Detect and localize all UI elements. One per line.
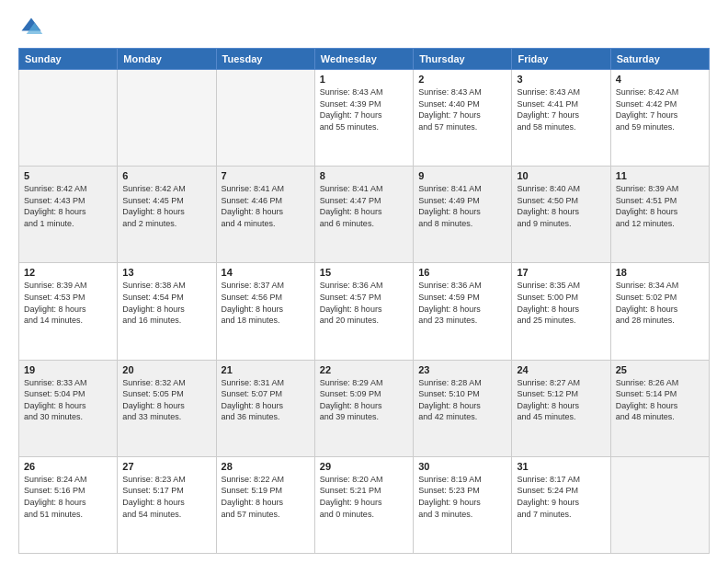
day-cell: 26Sunrise: 8:24 AM Sunset: 5:16 PM Dayli… [19, 456, 118, 553]
day-cell: 5Sunrise: 8:42 AM Sunset: 4:43 PM Daylig… [19, 167, 118, 263]
calendar-header-row: SundayMondayTuesdayWednesdayThursdayFrid… [19, 49, 710, 70]
day-number: 12 [24, 267, 112, 278]
day-cell: 19Sunrise: 8:33 AM Sunset: 5:04 PM Dayli… [19, 360, 118, 456]
day-cell: 9Sunrise: 8:41 AM Sunset: 4:49 PM Daylig… [414, 167, 512, 263]
day-cell: 20Sunrise: 8:32 AM Sunset: 5:05 PM Dayli… [118, 360, 216, 456]
day-number: 6 [122, 170, 210, 181]
week-row-1: 1Sunrise: 8:43 AM Sunset: 4:39 PM Daylig… [19, 70, 710, 167]
day-info: Sunrise: 8:38 AM Sunset: 4:54 PM Dayligh… [122, 280, 210, 326]
day-number: 23 [418, 364, 506, 375]
day-cell: 21Sunrise: 8:31 AM Sunset: 5:07 PM Dayli… [216, 360, 314, 456]
day-number: 27 [122, 461, 210, 472]
day-header-wednesday: Wednesday [314, 49, 413, 70]
day-cell: 16Sunrise: 8:36 AM Sunset: 4:59 PM Dayli… [414, 263, 512, 360]
day-number: 15 [320, 267, 408, 278]
day-cell: 27Sunrise: 8:23 AM Sunset: 5:17 PM Dayli… [118, 456, 216, 553]
day-info: Sunrise: 8:29 AM Sunset: 5:09 PM Dayligh… [320, 377, 408, 423]
day-info: Sunrise: 8:35 AM Sunset: 5:00 PM Dayligh… [517, 280, 605, 326]
day-number: 9 [418, 170, 506, 181]
day-info: Sunrise: 8:33 AM Sunset: 5:04 PM Dayligh… [24, 377, 112, 423]
day-number: 29 [320, 461, 408, 472]
day-cell: 13Sunrise: 8:38 AM Sunset: 4:54 PM Dayli… [118, 263, 216, 360]
week-row-3: 12Sunrise: 8:39 AM Sunset: 4:53 PM Dayli… [19, 263, 710, 360]
day-info: Sunrise: 8:37 AM Sunset: 4:56 PM Dayligh… [222, 280, 310, 326]
day-cell: 14Sunrise: 8:37 AM Sunset: 4:56 PM Dayli… [216, 263, 314, 360]
header [18, 15, 710, 40]
day-cell: 29Sunrise: 8:20 AM Sunset: 5:21 PM Dayli… [314, 456, 413, 553]
logo [18, 15, 48, 40]
day-info: Sunrise: 8:20 AM Sunset: 5:21 PM Dayligh… [320, 474, 408, 520]
day-header-tuesday: Tuesday [216, 49, 314, 70]
day-info: Sunrise: 8:31 AM Sunset: 5:07 PM Dayligh… [222, 377, 310, 423]
logo-icon [18, 15, 44, 40]
day-info: Sunrise: 8:43 AM Sunset: 4:39 PM Dayligh… [320, 86, 408, 132]
day-info: Sunrise: 8:39 AM Sunset: 4:53 PM Dayligh… [24, 280, 112, 326]
day-info: Sunrise: 8:22 AM Sunset: 5:19 PM Dayligh… [222, 474, 310, 520]
day-cell: 12Sunrise: 8:39 AM Sunset: 4:53 PM Dayli… [19, 263, 118, 360]
day-cell: 4Sunrise: 8:42 AM Sunset: 4:42 PM Daylig… [610, 70, 709, 167]
day-info: Sunrise: 8:42 AM Sunset: 4:45 PM Dayligh… [122, 183, 210, 229]
day-number: 28 [222, 461, 310, 472]
day-number: 4 [616, 74, 704, 85]
day-number: 18 [616, 267, 704, 278]
day-number: 16 [418, 267, 506, 278]
day-number: 13 [122, 267, 210, 278]
day-info: Sunrise: 8:34 AM Sunset: 5:02 PM Dayligh… [616, 280, 704, 326]
day-info: Sunrise: 8:43 AM Sunset: 4:41 PM Dayligh… [517, 86, 605, 132]
day-cell: 25Sunrise: 8:26 AM Sunset: 5:14 PM Dayli… [610, 360, 709, 456]
day-header-saturday: Saturday [610, 49, 709, 70]
calendar-table: SundayMondayTuesdayWednesdayThursdayFrid… [18, 48, 710, 554]
day-header-monday: Monday [118, 49, 216, 70]
day-info: Sunrise: 8:41 AM Sunset: 4:47 PM Dayligh… [320, 183, 408, 229]
day-info: Sunrise: 8:41 AM Sunset: 4:49 PM Dayligh… [418, 183, 506, 229]
day-number: 20 [122, 364, 210, 375]
day-cell [216, 70, 314, 167]
day-info: Sunrise: 8:26 AM Sunset: 5:14 PM Dayligh… [616, 377, 704, 423]
day-number: 26 [24, 461, 112, 472]
day-number: 5 [24, 170, 112, 181]
week-row-5: 26Sunrise: 8:24 AM Sunset: 5:16 PM Dayli… [19, 456, 710, 553]
day-info: Sunrise: 8:40 AM Sunset: 4:50 PM Dayligh… [517, 183, 605, 229]
day-number: 24 [517, 364, 605, 375]
day-cell: 7Sunrise: 8:41 AM Sunset: 4:46 PM Daylig… [216, 167, 314, 263]
day-info: Sunrise: 8:27 AM Sunset: 5:12 PM Dayligh… [517, 377, 605, 423]
day-number: 19 [24, 364, 112, 375]
day-cell: 8Sunrise: 8:41 AM Sunset: 4:47 PM Daylig… [314, 167, 413, 263]
day-info: Sunrise: 8:42 AM Sunset: 4:43 PM Dayligh… [24, 183, 112, 229]
day-cell: 18Sunrise: 8:34 AM Sunset: 5:02 PM Dayli… [610, 263, 709, 360]
day-info: Sunrise: 8:19 AM Sunset: 5:23 PM Dayligh… [418, 474, 506, 520]
day-header-sunday: Sunday [19, 49, 118, 70]
day-number: 10 [517, 170, 605, 181]
day-number: 11 [616, 170, 704, 181]
day-cell: 31Sunrise: 8:17 AM Sunset: 5:24 PM Dayli… [512, 456, 610, 553]
day-info: Sunrise: 8:17 AM Sunset: 5:24 PM Dayligh… [517, 474, 605, 520]
day-number: 14 [222, 267, 310, 278]
day-cell: 24Sunrise: 8:27 AM Sunset: 5:12 PM Dayli… [512, 360, 610, 456]
day-number: 31 [517, 461, 605, 472]
day-cell: 15Sunrise: 8:36 AM Sunset: 4:57 PM Dayli… [314, 263, 413, 360]
day-cell: 2Sunrise: 8:43 AM Sunset: 4:40 PM Daylig… [414, 70, 512, 167]
day-cell: 6Sunrise: 8:42 AM Sunset: 4:45 PM Daylig… [118, 167, 216, 263]
day-info: Sunrise: 8:39 AM Sunset: 4:51 PM Dayligh… [616, 183, 704, 229]
day-cell: 3Sunrise: 8:43 AM Sunset: 4:41 PM Daylig… [512, 70, 610, 167]
day-number: 30 [418, 461, 506, 472]
day-info: Sunrise: 8:36 AM Sunset: 4:59 PM Dayligh… [418, 280, 506, 326]
week-row-4: 19Sunrise: 8:33 AM Sunset: 5:04 PM Dayli… [19, 360, 710, 456]
day-info: Sunrise: 8:43 AM Sunset: 4:40 PM Dayligh… [418, 86, 506, 132]
day-info: Sunrise: 8:42 AM Sunset: 4:42 PM Dayligh… [616, 86, 704, 132]
day-cell: 1Sunrise: 8:43 AM Sunset: 4:39 PM Daylig… [314, 70, 413, 167]
day-cell: 11Sunrise: 8:39 AM Sunset: 4:51 PM Dayli… [610, 167, 709, 263]
day-cell [610, 456, 709, 553]
day-cell: 17Sunrise: 8:35 AM Sunset: 5:00 PM Dayli… [512, 263, 610, 360]
day-cell: 22Sunrise: 8:29 AM Sunset: 5:09 PM Dayli… [314, 360, 413, 456]
day-number: 2 [418, 74, 506, 85]
day-number: 8 [320, 170, 408, 181]
day-info: Sunrise: 8:41 AM Sunset: 4:46 PM Dayligh… [222, 183, 310, 229]
week-row-2: 5Sunrise: 8:42 AM Sunset: 4:43 PM Daylig… [19, 167, 710, 263]
day-header-friday: Friday [512, 49, 610, 70]
day-cell [118, 70, 216, 167]
day-number: 3 [517, 74, 605, 85]
day-info: Sunrise: 8:23 AM Sunset: 5:17 PM Dayligh… [122, 474, 210, 520]
day-header-thursday: Thursday [414, 49, 512, 70]
day-number: 21 [222, 364, 310, 375]
